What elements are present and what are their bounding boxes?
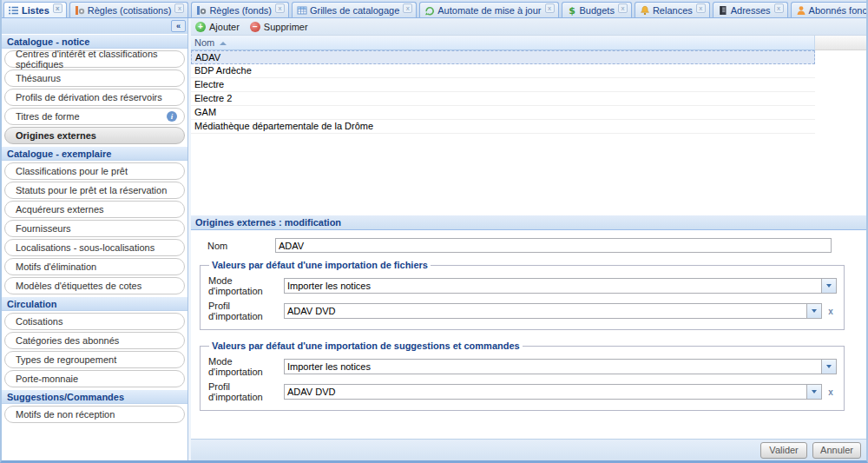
sidebar-item-cotisations[interactable]: Cotisations	[4, 313, 185, 330]
footer-bar: Valider Annuler	[191, 439, 866, 460]
sidebar-item-titres-de-forme[interactable]: Titres de formei	[4, 108, 185, 125]
sidebar-item-profils-de-derivation-des-reservoirs[interactable]: Profils de dérivation des réservoirs	[4, 89, 185, 106]
chevron-down-icon[interactable]	[821, 360, 836, 374]
clear-icon[interactable]: x	[825, 307, 837, 316]
add-button-label: Ajouter	[209, 22, 240, 32]
sidebar-item-acquereurs-externes[interactable]: Acquéreurs externes	[4, 201, 185, 218]
tab-regles-cotisations[interactable]: Règles (cotisations)x	[69, 2, 189, 17]
collapse-sidebar-button[interactable]: «	[171, 20, 186, 32]
table-row[interactable]: GAM	[191, 106, 815, 120]
content-panel: + Ajouter − Supprimer Nom ADAVBDP Ardèch…	[191, 18, 866, 460]
rules-fonds-icon	[196, 5, 207, 16]
sidebar-item-motifs-d-elimination[interactable]: Motifs d'élimination	[4, 258, 185, 275]
tab-close-icon[interactable]: x	[696, 3, 706, 13]
tab-close-icon[interactable]: x	[618, 3, 628, 13]
tab-label: Automate de mise à jour	[437, 5, 541, 16]
sidebar-item-label: Origines externes	[16, 130, 96, 141]
combo-mode-d-importation[interactable]: Importer les notices	[284, 278, 837, 294]
sidebar-section-header-catalogue-notice: Catalogue - notice	[2, 34, 187, 49]
sidebar-item-label: Acquéreurs externes	[16, 204, 104, 215]
delete-button[interactable]: − Supprimer	[250, 22, 308, 32]
sidebar-item-categories-des-abonnes[interactable]: Catégories des abonnés	[4, 332, 185, 349]
delete-icon: −	[250, 22, 260, 32]
table-row[interactable]: Electre	[191, 78, 815, 92]
combo-value: ADAV DVD	[285, 304, 806, 318]
tab-grilles-de-catalogage[interactable]: Grilles de catalogagex	[292, 2, 417, 17]
validate-button[interactable]: Valider	[760, 442, 807, 459]
table-row[interactable]: BDP Ardèche	[191, 64, 815, 78]
nom-input[interactable]	[275, 238, 832, 253]
sidebar-item-centres-d-interet-et-classifications-specifiques[interactable]: Centres d'intérêt et classifications spé…	[4, 50, 185, 68]
tab-close-icon[interactable]: x	[53, 3, 62, 13]
chevron-down-icon[interactable]	[806, 304, 821, 318]
add-button[interactable]: + Ajouter	[195, 22, 240, 32]
sidebar-item-porte-monnaie[interactable]: Porte-monnaie	[4, 370, 185, 387]
list-icon	[9, 5, 19, 16]
field-row-mode-d-importation: Mode d'importationImporter les notices	[208, 356, 837, 377]
sidebar-section-header-circulation: Circulation	[2, 296, 187, 311]
tab-label: Budgets	[580, 5, 615, 16]
add-icon: +	[195, 22, 206, 32]
sidebar-item-modeles-d-etiquettes-de-cotes[interactable]: Modèles d'étiquettes de cotes	[4, 277, 185, 294]
bell-icon	[640, 5, 650, 16]
info-icon[interactable]: i	[167, 111, 177, 122]
sidebar-item-label: Fournisseurs	[16, 223, 71, 234]
sidebar-item-label: Types de regroupement	[16, 354, 116, 365]
svg-text:$: $	[569, 5, 575, 16]
sidebar-item-label: Motifs de non réception	[16, 409, 115, 420]
field-label: Mode d'importation	[208, 275, 284, 296]
tab-close-icon[interactable]: x	[545, 3, 555, 13]
sidebar-item-types-de-regroupement[interactable]: Types de regroupement	[4, 351, 185, 368]
tab-label: Relances	[653, 5, 693, 16]
tab-close-icon[interactable]: x	[774, 3, 784, 13]
sidebar-item-origines-externes[interactable]: Origines externes	[4, 127, 185, 144]
sidebar-item-statuts-pour-le-pret-et-la-reservation[interactable]: Statuts pour le prêt et la réservation	[4, 182, 185, 199]
clear-icon[interactable]: x	[825, 387, 837, 397]
sidebar-item-label: Porte-monnaie	[16, 374, 78, 384]
sidebar-item-localisations-sous-localisations[interactable]: Localisations - sous-localisations	[4, 239, 185, 256]
tab-close-icon[interactable]: x	[403, 3, 412, 13]
tab-automate-de-mise-a-jour[interactable]: Automate de mise à jourx	[419, 2, 558, 17]
refresh-arrow-icon	[424, 5, 435, 16]
tab-budgets[interactable]: $Budgetsx	[562, 2, 632, 17]
field-row-profil-d-importation: Profil d'importationADAV DVDx	[208, 381, 837, 402]
sidebar-section-header-suggestions-commandes: Suggestions/Commandes	[2, 389, 187, 404]
sidebar-item-fournisseurs[interactable]: Fournisseurs	[4, 220, 185, 237]
chevron-down-icon[interactable]	[806, 385, 821, 399]
table-row[interactable]: Electre 2	[191, 92, 815, 106]
combo-value: ADAV DVD	[285, 385, 806, 399]
combo-profil-d-importation[interactable]: ADAV DVD	[284, 384, 822, 400]
form-body: Nom Valeurs par défaut d'une importation…	[191, 230, 866, 439]
chevron-down-icon[interactable]	[821, 279, 836, 293]
tab-close-icon[interactable]: x	[275, 3, 285, 13]
sidebar-item-classifications-pour-le-pret[interactable]: Classifications pour le prêt	[4, 162, 185, 180]
tab-listes[interactable]: Listesx	[3, 2, 67, 17]
column-header-label: Nom	[194, 37, 214, 48]
delete-button-label: Supprimer	[264, 22, 308, 32]
grid: Nom ADAVBDP ArdècheElectreElectre 2GAMMé…	[191, 36, 866, 215]
tab-label: Règles (fonds)	[209, 5, 272, 16]
tab-adresses[interactable]: Adressesx	[713, 2, 788, 17]
form-panel-header: Origines externes : modification	[191, 215, 866, 230]
field-label: Profil d'importation	[208, 381, 284, 402]
tab-relances[interactable]: Relancesx	[635, 2, 710, 17]
cancel-button[interactable]: Annuler	[812, 442, 861, 459]
sort-ascending-icon	[220, 42, 227, 45]
nom-row: Nom	[207, 238, 832, 253]
tab-label: Règles (cotisations)	[88, 5, 172, 16]
sidebar-item-label: Centres d'intérêt et classifications spé…	[16, 49, 177, 69]
sidebar-item-label: Statuts pour le prêt et la réservation	[16, 185, 167, 195]
combo-value: Importer les notices	[285, 360, 821, 374]
field-row-mode-d-importation: Mode d'importationImporter les notices	[208, 275, 837, 296]
sidebar-item-motifs-de-non-reception[interactable]: Motifs de non réception	[4, 406, 185, 423]
tab-bar: ListesxRègles (cotisations)xRègles (fond…	[2, 0, 866, 18]
tab-regles-fonds[interactable]: Règles (fonds)x	[191, 2, 289, 17]
table-row[interactable]: ADAV	[191, 50, 815, 64]
combo-profil-d-importation[interactable]: ADAV DVD	[284, 303, 822, 319]
sidebar-item-thesaurus[interactable]: Thésaurus	[4, 69, 185, 87]
tab-close-icon[interactable]: x	[174, 3, 184, 13]
tab-abonnes-fonctionnels[interactable]: Abonnés fonctionnelsx	[791, 2, 866, 17]
column-header-nom[interactable]: Nom	[191, 36, 815, 50]
table-row[interactable]: Médiathèque départementale de la Drôme	[191, 120, 815, 134]
combo-mode-d-importation[interactable]: Importer les notices	[284, 359, 837, 374]
